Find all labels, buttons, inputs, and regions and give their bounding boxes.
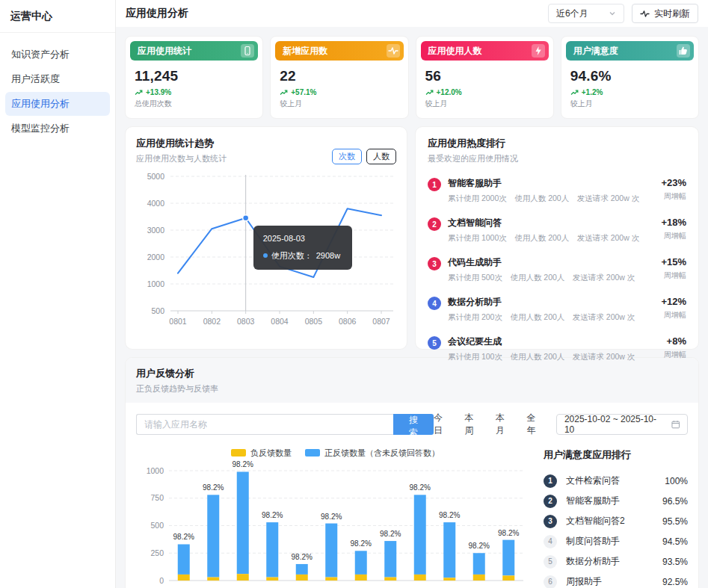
- svg-text:98.2%: 98.2%: [498, 529, 519, 537]
- sidebar-item-1[interactable]: 用户活跃度: [5, 67, 110, 91]
- hot-rank-stats: 累计使用 200次 使用人数 200人 发送请求 200w 次: [448, 312, 661, 323]
- svg-text:98.2%: 98.2%: [439, 511, 460, 519]
- svg-text:98.2%: 98.2%: [173, 533, 194, 541]
- sidebar-item-3[interactable]: 模型监控分析: [5, 117, 110, 140]
- trend-up-icon: [570, 90, 579, 96]
- svg-text:0801: 0801: [169, 317, 187, 326]
- trend-toggle-0[interactable]: 次数: [332, 149, 362, 164]
- sidebar-item-2[interactable]: 应用使用分析: [5, 92, 110, 116]
- hot-rank-info: 会议纪要生成累计使用 100次 使用人数 200人 发送请求 200w 次: [448, 335, 664, 362]
- date-range-value: 2025-10-02 ~ 2025-10-10: [564, 414, 662, 435]
- rank-badge: 3: [428, 257, 441, 270]
- calendar-icon: [671, 420, 680, 429]
- rank-badge: 2: [428, 217, 441, 231]
- stat-card-title: 应用使用统计: [138, 45, 191, 58]
- legend-label: 负反馈数量: [250, 448, 292, 459]
- svg-text:98.2%: 98.2%: [321, 513, 342, 521]
- stat-cards-row: 应用使用统计11,245+13.9%总使用次数新增应用数22+57.1%较上月应…: [125, 36, 699, 119]
- stat-card-1: 新增应用数22+57.1%较上月: [270, 36, 408, 119]
- feedback-card-header: 用户反馈分析 正负反馈趋势与反馈率: [126, 358, 698, 403]
- hot-rank-change-value: +23%: [661, 177, 686, 188]
- app-title: 运营中心: [0, 0, 115, 33]
- bar-chart-legend: 负反馈数量正反馈数量（含未反馈回答数）: [136, 447, 535, 459]
- feedback-main: 负反馈数量正反馈数量（含未反馈回答数） 0250500750100098.2%1…: [136, 447, 688, 588]
- date-range-picker[interactable]: 2025-10-02 ~ 2025-10-10: [556, 414, 688, 435]
- charts-row: 应用使用统计趋势 应用使用次数与人数统计 次数人数 50010002000300…: [125, 126, 699, 350]
- legend-swatch: [305, 449, 320, 457]
- realtime-refresh-button[interactable]: 实时刷新: [632, 4, 698, 23]
- trend-up-icon: [135, 90, 143, 96]
- trend-toggle-1[interactable]: 人数: [366, 149, 396, 164]
- svg-text:98.2%: 98.2%: [233, 460, 253, 468]
- rank-badge: 1: [428, 178, 441, 191]
- quick-filter-1[interactable]: 本周: [464, 412, 481, 437]
- stat-card-title: 新增应用数: [283, 45, 327, 58]
- feedback-subtitle: 正负反馈趋势与反馈率: [136, 383, 688, 394]
- main-area: 应用使用分析 近6个月 实时刷新 应用使用统计11,245+13.9%总使用次数…: [116, 0, 708, 588]
- satisfaction-item-4: 5数据分析助手93.5%: [544, 551, 688, 572]
- thumbs-up-icon: [678, 46, 689, 56]
- hot-rank-name: 智能客服助手: [448, 177, 661, 190]
- hot-rank-name: 数据分析助手: [448, 296, 661, 309]
- sidebar-menu: 知识资产分析用户活跃度应用使用分析模型监控分析: [0, 33, 115, 151]
- chevron-down-icon: [609, 10, 616, 17]
- legend-swatch: [231, 449, 246, 457]
- stat-card-header: 应用使用统计: [130, 41, 258, 61]
- usage-trend-card: 应用使用统计趋势 应用使用次数与人数统计 次数人数 50010002000300…: [125, 126, 407, 350]
- stat-card-title: 应用使用人数: [428, 45, 482, 58]
- hot-rank-change-caption: 周增幅: [661, 191, 686, 202]
- hot-rank-item-1: 2文档智能问答累计使用 1000次 使用人数 200人 发送请求 200w 次+…: [428, 217, 686, 244]
- stat-icon-chip: [241, 44, 254, 58]
- satisfaction-value: 96.5%: [662, 496, 688, 507]
- stat-card-body: 94.6%+1.2%较上月: [566, 61, 694, 109]
- stat-change: +57.1%: [280, 88, 398, 96]
- time-range-select[interactable]: 近6个月: [548, 4, 624, 23]
- hot-rank-list: 1智能客服助手累计使用 2000次 使用人数 200人 发送请求 200w 次+…: [428, 177, 686, 362]
- stat-change: +1.2%: [570, 88, 689, 96]
- tooltip-value: 2908w: [316, 251, 340, 260]
- hot-rank-change-value: +12%: [661, 296, 686, 307]
- stat-value: 94.6%: [570, 68, 689, 84]
- search-input[interactable]: [136, 414, 393, 435]
- hot-rank-info: 智能客服助手累计使用 2000次 使用人数 200人 发送请求 200w 次: [448, 177, 661, 204]
- sidebar: 运营中心 知识资产分析用户活跃度应用使用分析模型监控分析: [0, 0, 116, 588]
- rank-badge: 3: [544, 515, 557, 528]
- hot-rank-change: +23%周增幅: [661, 177, 686, 204]
- satisfaction-app-name: 数据分析助手: [566, 555, 662, 568]
- trend-card-header: 应用使用统计趋势 应用使用次数与人数统计 次数人数: [136, 137, 396, 164]
- satisfaction-item-5: 6周报助手92.5%: [544, 572, 688, 588]
- svg-text:1000: 1000: [147, 279, 165, 288]
- svg-text:0802: 0802: [203, 317, 221, 326]
- stat-card-3: 用户满意度94.6%+1.2%较上月: [561, 36, 699, 119]
- stat-card-header: 新增应用数: [275, 41, 403, 61]
- stat-card-body: 56+12.0%较上月: [421, 61, 549, 109]
- lightning-icon: [533, 46, 544, 56]
- svg-text:3000: 3000: [147, 226, 165, 235]
- svg-text:0803: 0803: [237, 317, 255, 326]
- hot-rank-info: 文档智能问答累计使用 1000次 使用人数 200人 发送请求 200w 次: [448, 217, 661, 244]
- quick-filter-2[interactable]: 本月: [496, 412, 512, 437]
- page-title: 应用使用分析: [126, 7, 188, 20]
- svg-text:98.2%: 98.2%: [351, 539, 372, 548]
- satisfaction-item-0: 1文件检索问答100%: [544, 471, 688, 491]
- svg-text:98.2%: 98.2%: [262, 511, 283, 519]
- trend-card-title: 应用使用统计趋势: [136, 137, 227, 150]
- stat-value: 22: [280, 68, 398, 84]
- hot-rank-change-caption: 周增幅: [661, 310, 686, 321]
- satisfaction-rank: 用户满意度应用排行 1文件检索问答100%2智能客服助手96.5%3文档智能问答…: [535, 447, 688, 588]
- svg-text:98.2%: 98.2%: [292, 553, 313, 561]
- quick-filter-3[interactable]: 全年: [526, 412, 543, 437]
- hot-rank-stats: 累计使用 2000次 使用人数 200人 发送请求 200w 次: [448, 194, 661, 204]
- stat-change: +13.9%: [135, 88, 253, 96]
- svg-text:98.2%: 98.2%: [469, 542, 490, 550]
- tablet-icon: [242, 46, 253, 56]
- hot-rank-name: 代码生成助手: [448, 256, 661, 269]
- sidebar-item-0[interactable]: 知识资产分析: [5, 43, 110, 66]
- satisfaction-app-name: 周报助手: [566, 575, 662, 588]
- feedback-card: 用户反馈分析 正负反馈趋势与反馈率 搜 索 今日本周本月全年 2025-10-0…: [125, 357, 699, 588]
- quick-filter-0[interactable]: 今日: [434, 412, 450, 437]
- line-chart: 5001000200030004000500008010802080308040…: [136, 167, 396, 342]
- stat-caption: 较上月: [280, 99, 398, 109]
- rank-badge: 2: [544, 495, 557, 508]
- search-button[interactable]: 搜 索: [393, 414, 434, 435]
